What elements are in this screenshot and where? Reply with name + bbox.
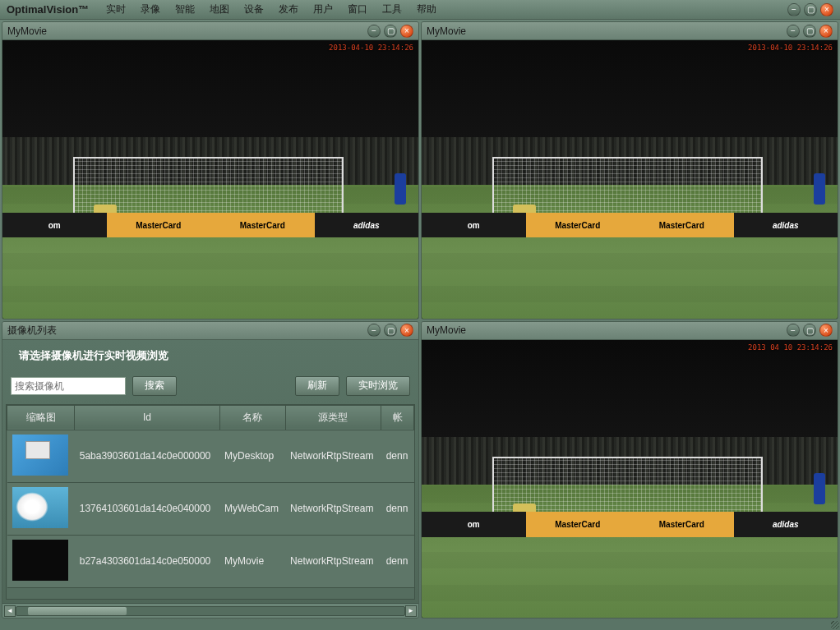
workspace: MyMovie − ▢ × omMasterCardMasterCardadid… bbox=[0, 20, 840, 620]
close-icon[interactable]: × bbox=[819, 25, 833, 38]
close-icon[interactable]: × bbox=[819, 324, 833, 337]
table-row[interactable]: b27a4303601da14c0e050000 MyMovie Network… bbox=[7, 535, 414, 587]
maximize-icon[interactable]: ▢ bbox=[384, 324, 397, 337]
maximize-icon[interactable]: ▢ bbox=[803, 324, 816, 337]
video-panel-3: MyMovie − ▢ × omMasterCardMasterCardadid… bbox=[421, 321, 838, 619]
camera-prompt: 请选择摄像机进行实时视频浏览 bbox=[2, 340, 418, 371]
col-name[interactable]: 名称 bbox=[219, 405, 285, 430]
panel-title: MyMovie bbox=[7, 25, 367, 37]
close-icon[interactable]: × bbox=[400, 324, 413, 337]
thumbnail-movie bbox=[12, 540, 68, 581]
menu-device[interactable]: 设备 bbox=[244, 2, 264, 16]
video-viewport[interactable]: omMasterCardMasterCardadidas 2013 04 10 … bbox=[422, 340, 838, 619]
cell-source: NetworkRtpStream bbox=[285, 430, 381, 482]
cell-name: MyWebCam bbox=[219, 482, 285, 535]
statusbar bbox=[0, 620, 840, 630]
video-timestamp: 2013-04-10 23:14:26 bbox=[748, 44, 833, 52]
maximize-icon[interactable]: ▢ bbox=[804, 3, 817, 16]
video-panel-1: MyMovie − ▢ × omMasterCardMasterCardadid… bbox=[2, 21, 419, 320]
cell-name: MyDesktop bbox=[219, 430, 285, 482]
panel-header[interactable]: MyMovie − ▢ × bbox=[2, 22, 418, 40]
video-viewport[interactable]: omMasterCardMasterCardadidas 2013-04-10 … bbox=[2, 40, 418, 319]
resize-grip-icon[interactable] bbox=[831, 621, 839, 629]
search-input[interactable] bbox=[11, 377, 126, 395]
refresh-button[interactable]: 刷新 bbox=[295, 376, 339, 396]
camera-panel-body: 请选择摄像机进行实时视频浏览 搜索 刷新 实时浏览 缩略图 Id 名称 源类型 … bbox=[2, 340, 418, 619]
cell-source: NetworkRtpStream bbox=[285, 482, 381, 535]
menu-realtime[interactable]: 实时 bbox=[106, 2, 126, 16]
panel-title: 摄像机列表 bbox=[7, 324, 367, 338]
panel-title: MyMovie bbox=[427, 324, 787, 336]
maximize-icon[interactable]: ▢ bbox=[384, 25, 397, 38]
menu-record[interactable]: 录像 bbox=[141, 2, 160, 16]
camera-table-container: 缩略图 Id 名称 源类型 帐 5aba3903601da14c0e000000… bbox=[6, 404, 415, 600]
minimize-icon[interactable]: − bbox=[787, 3, 801, 16]
scroll-track[interactable] bbox=[16, 606, 405, 616]
col-id[interactable]: Id bbox=[75, 405, 219, 430]
col-account[interactable]: 帐 bbox=[381, 405, 414, 430]
menu-help[interactable]: 帮助 bbox=[417, 2, 436, 16]
panel-title: MyMovie bbox=[427, 25, 787, 37]
cell-name: MyMovie bbox=[219, 535, 285, 587]
menu-user[interactable]: 用户 bbox=[313, 2, 333, 16]
video-timestamp: 2013-04-10 23:14:26 bbox=[329, 44, 413, 52]
close-icon[interactable]: × bbox=[820, 3, 833, 16]
menu-map[interactable]: 地图 bbox=[210, 2, 229, 16]
col-thumbnail[interactable]: 缩略图 bbox=[7, 405, 75, 430]
thumbnail-webcam bbox=[12, 487, 68, 528]
maximize-icon[interactable]: ▢ bbox=[803, 25, 816, 38]
thumbnail-desktop bbox=[12, 435, 68, 476]
menu-smart[interactable]: 智能 bbox=[175, 2, 195, 16]
col-source[interactable]: 源类型 bbox=[285, 405, 381, 430]
menu-publish[interactable]: 发布 bbox=[279, 2, 298, 16]
panel-header[interactable]: MyMovie − ▢ × bbox=[422, 322, 838, 340]
scroll-left-icon[interactable]: ◄ bbox=[4, 605, 16, 617]
cell-id: 13764103601da14c0e040000 bbox=[75, 482, 219, 535]
app-title: OptimalVision™ bbox=[7, 3, 89, 16]
panel-header[interactable]: MyMovie − ▢ × bbox=[422, 22, 838, 40]
camera-table: 缩略图 Id 名称 源类型 帐 5aba3903601da14c0e000000… bbox=[7, 405, 414, 588]
cell-id: 5aba3903601da14c0e000000 bbox=[75, 430, 219, 482]
cell-id: b27a4303601da14c0e050000 bbox=[75, 535, 219, 587]
minimize-icon[interactable]: − bbox=[787, 25, 800, 38]
cell-account: denn bbox=[381, 430, 414, 482]
scroll-thumb[interactable] bbox=[28, 607, 127, 615]
panel-header[interactable]: 摄像机列表 − ▢ × bbox=[2, 322, 418, 340]
live-preview-button[interactable]: 实时浏览 bbox=[346, 376, 410, 396]
scroll-right-icon[interactable]: ► bbox=[405, 605, 417, 617]
menubar: OptimalVision™ 实时 录像 智能 地图 设备 发布 用户 窗口 工… bbox=[0, 0, 840, 20]
cell-account: denn bbox=[381, 535, 414, 587]
cell-source: NetworkRtpStream bbox=[285, 535, 381, 587]
search-button[interactable]: 搜索 bbox=[132, 376, 177, 396]
cell-account: denn bbox=[381, 482, 414, 535]
video-panel-2: MyMovie − ▢ × omMasterCardMasterCardadid… bbox=[421, 21, 838, 320]
video-timestamp: 2013 04 10 23:14:26 bbox=[748, 343, 833, 352]
table-header-row: 缩略图 Id 名称 源类型 帐 bbox=[7, 405, 414, 430]
menu-window[interactable]: 窗口 bbox=[348, 2, 367, 16]
menu-tools[interactable]: 工具 bbox=[382, 2, 402, 16]
minimize-icon[interactable]: − bbox=[367, 25, 381, 38]
video-viewport[interactable]: omMasterCardMasterCardadidas 2013-04-10 … bbox=[422, 40, 838, 319]
camera-list-panel: 摄像机列表 − ▢ × 请选择摄像机进行实时视频浏览 搜索 刷新 实时浏览 缩略… bbox=[2, 321, 419, 619]
minimize-icon[interactable]: − bbox=[787, 324, 800, 337]
close-icon[interactable]: × bbox=[400, 25, 413, 38]
table-row[interactable]: 13764103601da14c0e040000 MyWebCam Networ… bbox=[7, 482, 414, 535]
minimize-icon[interactable]: − bbox=[367, 324, 381, 337]
camera-toolbar: 搜索 刷新 实时浏览 bbox=[2, 371, 418, 401]
table-row[interactable]: 5aba3903601da14c0e000000 MyDesktop Netwo… bbox=[7, 430, 414, 482]
app-window-controls: − ▢ × bbox=[787, 3, 833, 16]
horizontal-scrollbar[interactable]: ◄ ► bbox=[2, 603, 418, 618]
